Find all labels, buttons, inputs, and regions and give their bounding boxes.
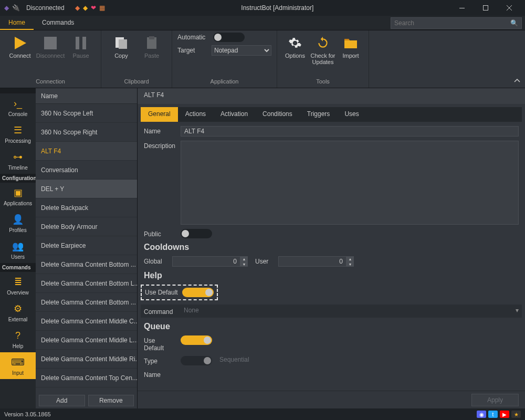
external-icon: ⚙ xyxy=(11,302,25,316)
twitter-icon[interactable]: t xyxy=(488,411,498,418)
svg-rect-9 xyxy=(119,39,127,49)
version-text: Version 3.05.1865 xyxy=(4,411,51,417)
pause-button: Pause xyxy=(66,33,96,61)
check-updates-button[interactable]: Check for Updates xyxy=(309,33,337,67)
svg-marker-4 xyxy=(15,37,26,49)
nav-applications[interactable]: ▣Applications xyxy=(0,183,36,209)
list-item[interactable]: 360 No Scope Right xyxy=(36,123,137,142)
options-button[interactable]: Options xyxy=(282,33,308,61)
spinner-up[interactable]: ▲ xyxy=(240,256,248,261)
public-toggle[interactable] xyxy=(181,229,212,238)
youtube-icon[interactable]: ▶ xyxy=(500,411,509,418)
command-list[interactable]: 360 No Scope Left360 No Scope RightALT F… xyxy=(36,104,137,393)
tab-triggers[interactable]: Triggers xyxy=(300,107,338,122)
badge-icon-1: ◆ xyxy=(75,4,80,12)
folder-icon xyxy=(342,35,359,51)
nav-external[interactable]: ⚙External xyxy=(0,299,36,326)
list-item[interactable]: Delete Gamma Content Bottom L... xyxy=(36,274,137,293)
list-item[interactable]: Delete Earpiece xyxy=(36,236,137,255)
nav-help[interactable]: ?Help xyxy=(0,326,36,352)
copy-icon xyxy=(113,35,130,51)
command-list-panel: Name 360 No Scope Left360 No Scope Right… xyxy=(36,88,138,408)
global-cooldown-input[interactable]: ▲▼ xyxy=(172,256,248,267)
content-header: ALT F4 xyxy=(138,88,525,104)
ribbon: Connect Disconnect Pause Connection Copy… xyxy=(0,30,525,88)
paste-icon xyxy=(143,35,160,51)
gear-icon xyxy=(287,35,303,51)
users-icon: 👥 xyxy=(11,239,25,253)
add-button[interactable]: Add xyxy=(39,395,85,406)
command-hint: None xyxy=(184,307,199,314)
copy-button[interactable]: Copy xyxy=(107,33,136,61)
automatic-toggle[interactable] xyxy=(213,33,245,42)
list-item[interactable]: Delete Gamma Content Middle Ri... xyxy=(36,350,137,369)
app-icon: ◆ xyxy=(4,4,9,12)
name-input[interactable] xyxy=(181,126,519,136)
maximize-button[interactable] xyxy=(474,0,497,16)
target-select[interactable]: Notepad xyxy=(212,45,271,56)
tab-home[interactable]: Home xyxy=(0,16,34,30)
nav-users[interactable]: 👥Users xyxy=(0,236,36,263)
list-item[interactable]: Delete Gamma Content Bottom ... xyxy=(36,293,137,312)
list-item[interactable]: Delete Gamma Content Top Cen... xyxy=(36,369,137,387)
refresh-icon xyxy=(314,35,331,51)
import-button[interactable]: Import xyxy=(338,33,363,61)
plug-icon: 🔌 xyxy=(12,4,20,12)
chevron-down-icon[interactable]: ▾ xyxy=(516,307,519,314)
list-item[interactable]: Conversation xyxy=(36,161,137,180)
search-icon[interactable]: 🔍 xyxy=(510,19,518,27)
badge-icon-3: ❤ xyxy=(91,4,96,12)
tab-uses[interactable]: Uses xyxy=(337,107,366,122)
section-queue: Queue xyxy=(144,322,519,331)
nav-profiles[interactable]: 👤Profiles xyxy=(0,209,36,236)
global-search[interactable]: 🔍 xyxy=(391,17,522,29)
apply-button[interactable]: Apply xyxy=(471,394,519,406)
nav-timeline[interactable]: ⊶Timeline xyxy=(0,147,36,174)
spinner-down[interactable]: ▼ xyxy=(346,261,354,267)
tab-actions[interactable]: Actions xyxy=(178,107,213,122)
nav-overview[interactable]: ≣Overview xyxy=(0,272,36,299)
discord-icon[interactable]: ◉ xyxy=(477,411,486,418)
group-label-clipboard: Clipboard xyxy=(107,77,166,87)
content-body: Name Description Public Cooldowns Global… xyxy=(138,122,525,391)
description-input[interactable] xyxy=(181,141,519,225)
list-item[interactable]: ALT F4 xyxy=(36,142,137,161)
connection-status: Disconnected xyxy=(26,4,65,12)
public-label: Public xyxy=(144,229,176,238)
spinner-down[interactable]: ▼ xyxy=(240,261,248,267)
titlebar: ◆ 🔌 Disconnected ◆ ◆ ❤ ▦ InstructBot [Ad… xyxy=(0,0,525,16)
user-cooldown-input[interactable]: ▲▼ xyxy=(278,256,354,267)
section-help: Help xyxy=(144,271,519,280)
collapse-ribbon-button[interactable] xyxy=(512,76,522,86)
list-item[interactable]: Delete Gamma Content Middle C... xyxy=(36,312,137,331)
list-item[interactable]: Delete Backpack xyxy=(36,198,137,217)
tab-general[interactable]: General xyxy=(141,107,178,122)
search-input[interactable] xyxy=(394,19,510,27)
use-default-help-toggle[interactable] xyxy=(182,288,214,297)
close-button[interactable] xyxy=(497,0,521,16)
remove-button[interactable]: Remove xyxy=(88,395,134,406)
list-item[interactable]: 360 No Scope Left xyxy=(36,104,137,123)
tab-activation[interactable]: Activation xyxy=(213,107,255,122)
nav-console[interactable]: ›_Console xyxy=(0,93,36,120)
use-default-queue-toggle[interactable] xyxy=(181,335,212,345)
type-toggle[interactable] xyxy=(181,356,212,365)
tab-commands[interactable]: Commands xyxy=(34,16,82,30)
nav-input[interactable]: ⌨Input xyxy=(0,352,36,379)
spinner-up[interactable]: ▲ xyxy=(346,256,354,261)
list-item[interactable]: DEL + Y xyxy=(36,180,137,198)
list-header-name[interactable]: Name xyxy=(36,88,137,104)
list-item[interactable]: Delete Body Armour xyxy=(36,217,137,236)
list-item[interactable]: Delete Gamma Content Middle L... xyxy=(36,331,137,350)
content-tabstrip: GeneralActionsActivationConditionsTrigge… xyxy=(141,107,522,122)
tab-conditions[interactable]: Conditions xyxy=(255,107,300,122)
global-label: Global xyxy=(144,256,165,265)
console-icon: ›_ xyxy=(11,97,25,110)
svg-rect-5 xyxy=(44,37,57,49)
svg-rect-0 xyxy=(459,8,465,8)
list-item[interactable]: Delete Gamma Content Bottom ... xyxy=(36,255,137,274)
minimize-button[interactable] xyxy=(450,0,474,16)
nav-processing[interactable]: ☰Processing xyxy=(0,120,36,147)
connect-button[interactable]: Connect xyxy=(5,33,35,61)
tray-icon[interactable]: ★ xyxy=(511,411,521,418)
